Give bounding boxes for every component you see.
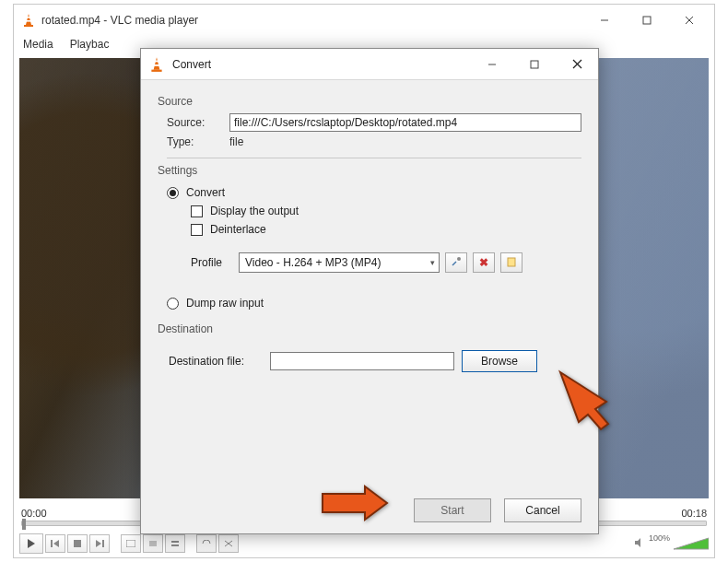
profile-select[interactable]: Video - H.264 + MP3 (MP4) ▾ [239,252,440,273]
volume-percent: 100% [649,533,670,543]
deinterlace-checkbox[interactable]: Deinterlace [191,223,581,236]
source-section-label: Source [158,95,581,108]
chevron-down-icon: ▾ [430,258,435,267]
dump-raw-radio[interactable]: Dump raw input [167,297,581,310]
new-profile-button[interactable] [500,252,523,273]
dialog-footer: Start Cancel [414,498,581,522]
next-button[interactable] [89,534,110,553]
dialog-minimize-button[interactable] [471,51,513,78]
radio-selected-icon [167,187,179,199]
shuffle-button[interactable] [218,534,239,553]
menu-media[interactable]: Media [19,36,57,56]
svg-rect-28 [531,61,538,68]
profile-label: Profile [191,256,233,269]
source-label: Source: [167,116,222,129]
svg-marker-23 [154,57,160,70]
vlc-cone-icon [148,56,165,73]
main-titlebar: rotated.mp4 - VLC media player [14,5,714,36]
close-button[interactable] [668,6,710,34]
new-profile-icon [506,256,517,270]
destination-file-label: Destination file: [169,355,263,368]
svg-rect-5 [643,17,651,24]
source-input[interactable] [229,113,581,132]
volume-slider[interactable] [674,536,709,551]
time-total: 00:18 [681,508,707,519]
fullscreen-button[interactable] [121,534,141,553]
playlist-button[interactable] [165,534,185,553]
dialog-close-button[interactable] [556,51,598,78]
play-button[interactable] [19,533,43,554]
mute-icon[interactable] [634,535,645,552]
svg-rect-1 [27,17,31,18]
svg-marker-8 [28,539,35,548]
svg-rect-9 [51,540,53,547]
radio-unselected-icon [167,298,179,310]
type-label: Type: [167,135,222,148]
time-elapsed: 00:00 [21,508,47,519]
svg-rect-25 [154,64,160,66]
svg-rect-19 [171,544,179,546]
destination-section-label: Destination [158,322,581,335]
svg-rect-2 [26,20,31,22]
dump-raw-label: Dump raw input [186,297,264,310]
loop-button[interactable] [196,534,217,553]
dialog-title: Convert [172,58,471,71]
prev-button[interactable] [45,534,65,553]
delete-icon: ✖ [479,256,488,269]
profile-select-value: Video - H.264 + MP3 (MP4) [245,256,382,269]
player-controls: 100% [19,533,709,554]
svg-point-31 [457,257,461,261]
svg-rect-14 [126,540,135,547]
maximize-button[interactable] [626,6,668,34]
delete-profile-button[interactable]: ✖ [473,252,495,273]
dialog-titlebar: Convert [141,49,598,80]
display-output-label: Display the output [210,205,299,217]
svg-rect-32 [508,258,515,266]
svg-rect-13 [102,540,104,547]
minimize-button[interactable] [583,6,626,34]
svg-rect-3 [24,25,33,27]
settings-section-label: Settings [158,164,581,177]
dialog-window-controls [471,51,598,78]
deinterlace-label: Deinterlace [210,223,266,236]
svg-marker-10 [53,540,59,547]
ext-settings-button[interactable] [143,534,163,553]
display-output-checkbox[interactable]: Display the output [191,205,581,217]
cancel-button[interactable]: Cancel [504,498,581,522]
browse-button[interactable]: Browse [462,350,537,372]
destination-file-input[interactable] [270,352,454,370]
checkbox-unchecked-icon [191,224,203,236]
svg-rect-11 [74,540,81,547]
type-value: file [229,135,243,148]
svg-marker-12 [96,540,101,547]
svg-rect-26 [151,69,161,71]
menu-playback[interactable]: Playbac [66,36,113,56]
checkbox-unchecked-icon [191,205,203,217]
convert-radio-label: Convert [186,186,225,199]
dialog-maximize-button[interactable] [513,51,556,78]
tools-icon [451,256,462,270]
vlc-cone-icon [21,13,36,28]
main-window-controls [583,6,710,34]
convert-radio[interactable]: Convert [167,186,581,199]
svg-rect-18 [171,541,179,543]
stop-button[interactable] [67,534,88,553]
svg-rect-24 [154,60,159,62]
svg-marker-0 [26,14,31,25]
convert-dialog: Convert Source Source: Type: file Settin… [140,48,599,534]
edit-profile-button[interactable] [445,252,467,273]
main-window-title: rotated.mp4 - VLC media player [41,14,583,27]
svg-marker-20 [635,538,640,547]
start-button[interactable]: Start [414,498,491,522]
